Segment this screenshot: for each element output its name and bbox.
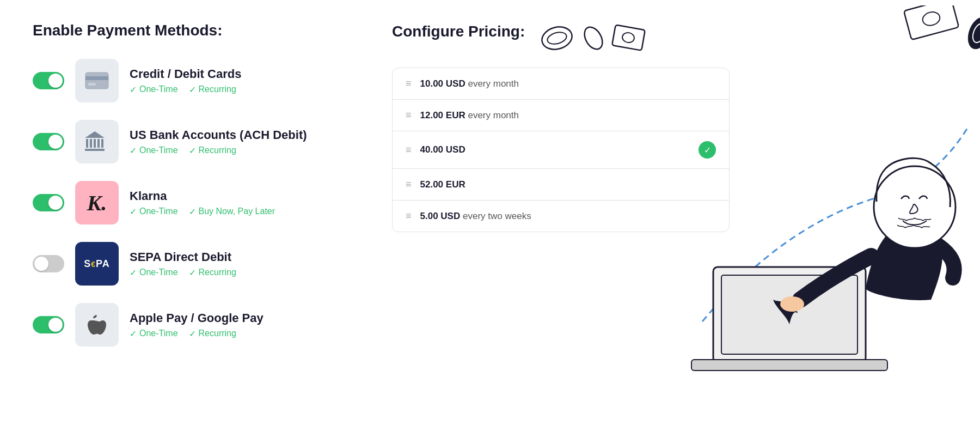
payment-name-bank: US Bank Accounts (ACH Debit) (130, 128, 348, 142)
coin-decorations (538, 22, 649, 54)
payment-info-apple: Apple Pay / Google Pay ✓ One-Time ✓ Recu… (130, 311, 348, 339)
drag-icon-0: ≡ (406, 78, 412, 89)
pricing-row-1[interactable]: ≡ 12.00 EUR every month (393, 100, 729, 131)
payment-features-bank: ✓ One-Time ✓ Recurring (130, 145, 348, 156)
payment-method-apple: Apple Pay / Google Pay ✓ One-Time ✓ Recu… (33, 303, 348, 347)
toggle-klarna[interactable] (33, 194, 64, 211)
klarna-icon: K. (75, 181, 119, 224)
check-icon: ✓ (189, 268, 196, 278)
pricing-text-2: 40.00 USD (420, 144, 690, 155)
svg-rect-1 (85, 76, 108, 80)
svg-point-14 (622, 32, 635, 44)
pricing-table: ≡ 10.00 USD every month ≡ 12.00 EUR ever… (392, 68, 730, 232)
payment-method-bank: US Bank Accounts (ACH Debit) ✓ One-Time … (33, 120, 348, 163)
payment-methods-title: Enable Payment Methods: (33, 22, 348, 39)
feature-recurring-apple: ✓ Recurring (189, 329, 236, 339)
bank-icon (75, 120, 119, 163)
payment-info-sepa: SEPA Direct Debit ✓ One-Time ✓ Recurring (130, 250, 348, 278)
card-icon (75, 59, 119, 102)
svg-rect-27 (721, 275, 857, 354)
pricing-row-0[interactable]: ≡ 10.00 USD every month (393, 68, 729, 100)
payment-name-apple: Apple Pay / Google Pay (130, 311, 348, 325)
pricing-row-4[interactable]: ≡ 5.00 USD every two weeks (393, 201, 729, 232)
payment-name-klarna: Klarna (130, 189, 348, 203)
right-panel: Configure Pricing: ≡ (392, 22, 947, 232)
svg-point-29 (780, 296, 804, 312)
pricing-text-0: 10.00 USD every month (420, 78, 716, 89)
payment-features-apple: ✓ One-Time ✓ Recurring (130, 329, 348, 339)
svg-rect-26 (713, 267, 866, 362)
feature-recurring-card: ✓ Recurring (189, 84, 236, 95)
check-icon: ✓ (130, 268, 137, 278)
coin-svg-3 (611, 22, 649, 52)
check-icon: ✓ (130, 207, 137, 217)
svg-point-10 (540, 23, 574, 52)
svg-rect-13 (612, 25, 645, 51)
toggle-bank[interactable] (33, 133, 64, 150)
svg-rect-3 (86, 139, 88, 148)
svg-rect-4 (90, 139, 92, 148)
feature-one-time-sepa: ✓ One-Time (130, 268, 178, 278)
feature-one-time-bank: ✓ One-Time (130, 145, 178, 156)
pricing-row-3[interactable]: ≡ 52.00 EUR (393, 169, 729, 201)
svg-rect-8 (85, 149, 105, 151)
check-icon: ✓ (130, 145, 137, 156)
payment-method-sepa: S€PA SEPA Direct Debit ✓ One-Time ✓ Recu… (33, 242, 348, 286)
sepa-icon: S€PA (75, 242, 119, 286)
payment-method-klarna: K. Klarna ✓ One-Time ✓ Buy Now, Pay Late… (33, 181, 348, 224)
payment-features-klarna: ✓ One-Time ✓ Buy Now, Pay Later (130, 207, 348, 217)
svg-point-18 (971, 22, 980, 45)
selected-check-icon: ✓ (699, 141, 716, 159)
payment-name-sepa: SEPA Direct Debit (130, 250, 348, 264)
payment-info-klarna: Klarna ✓ One-Time ✓ Buy Now, Pay Later (130, 189, 348, 217)
drag-icon-4: ≡ (406, 210, 412, 222)
svg-point-12 (583, 24, 604, 52)
payment-features-sepa: ✓ One-Time ✓ Recurring (130, 268, 348, 278)
feature-bnpl-klarna: ✓ Buy Now, Pay Later (189, 207, 275, 217)
payment-info-card: Credit / Debit Cards ✓ One-Time ✓ Recurr… (130, 67, 348, 95)
check-icon: ✓ (130, 84, 137, 95)
payment-method-card: Credit / Debit Cards ✓ One-Time ✓ Recurr… (33, 59, 348, 102)
svg-rect-0 (85, 72, 108, 89)
coin-svg-1 (538, 22, 576, 54)
svg-rect-28 (691, 360, 887, 371)
drag-icon-2: ≡ (406, 144, 412, 156)
toggle-sepa[interactable] (33, 255, 64, 272)
svg-rect-2 (88, 83, 96, 86)
svg-point-17 (964, 14, 980, 52)
pricing-text-3: 52.00 EUR (420, 179, 716, 190)
pricing-text-1: 12.00 EUR every month (420, 110, 716, 121)
check-icon: ✓ (189, 145, 196, 156)
toggle-apple[interactable] (33, 316, 64, 333)
pricing-text-4: 5.00 USD every two weeks (420, 211, 716, 222)
pricing-title-row: Configure Pricing: (392, 22, 947, 54)
svg-rect-6 (97, 139, 100, 148)
feature-one-time-card: ✓ One-Time (130, 84, 178, 95)
toggle-card[interactable] (33, 72, 64, 89)
svg-marker-9 (85, 131, 105, 138)
svg-point-11 (546, 31, 568, 46)
coin-svg-2 (583, 22, 604, 54)
feature-recurring-bank: ✓ Recurring (189, 145, 236, 156)
feature-one-time-apple: ✓ One-Time (130, 329, 178, 339)
check-icon: ✓ (189, 207, 196, 217)
svg-point-30 (874, 166, 955, 248)
payment-name-card: Credit / Debit Cards (130, 67, 348, 81)
svg-rect-7 (101, 139, 103, 148)
drag-icon-3: ≡ (406, 179, 412, 190)
svg-rect-5 (94, 139, 96, 148)
feature-one-time-klarna: ✓ One-Time (130, 207, 178, 217)
feature-recurring-sepa: ✓ Recurring (189, 268, 236, 278)
apple-icon (75, 303, 119, 347)
left-panel: Enable Payment Methods: Credit / Debit C… (33, 22, 348, 364)
check-icon: ✓ (189, 84, 196, 95)
check-icon: ✓ (189, 329, 196, 339)
drag-icon-1: ≡ (406, 110, 412, 121)
payment-features-card: ✓ One-Time ✓ Recurring (130, 84, 348, 95)
check-icon: ✓ (130, 329, 137, 339)
payment-info-bank: US Bank Accounts (ACH Debit) ✓ One-Time … (130, 128, 348, 156)
configure-pricing-title: Configure Pricing: (392, 23, 525, 40)
main-container: Enable Payment Methods: Credit / Debit C… (0, 0, 980, 443)
pricing-row-2[interactable]: ≡ 40.00 USD ✓ (393, 131, 729, 169)
